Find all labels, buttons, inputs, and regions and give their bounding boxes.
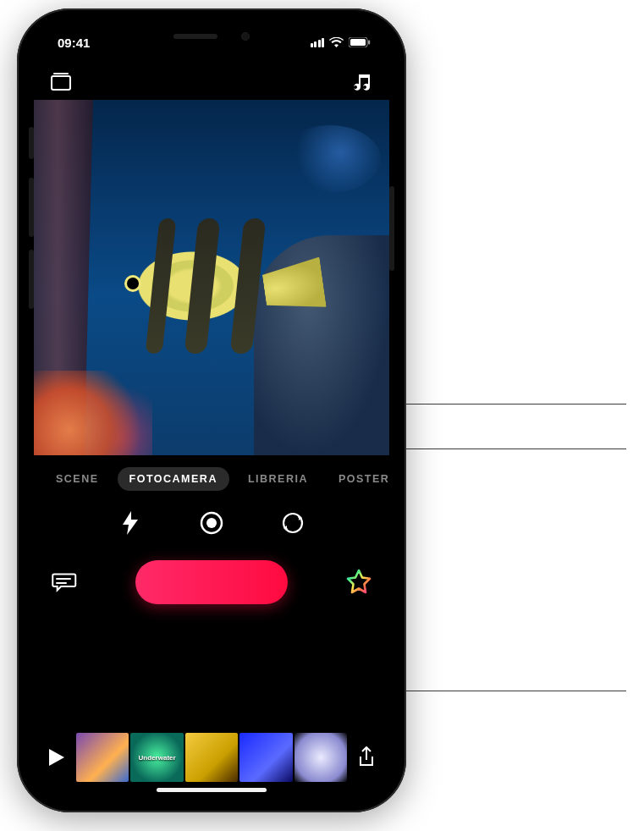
effects-button[interactable] [342, 565, 376, 599]
screen: 09:41 [34, 24, 389, 797]
device-speaker [173, 34, 217, 39]
live-photo-button[interactable] [196, 508, 227, 538]
live-titles-button[interactable] [47, 565, 81, 599]
device-notch [131, 24, 292, 49]
flip-camera-button[interactable] [278, 508, 308, 538]
device-frame: 09:41 [17, 8, 406, 812]
timeline-row: Underwater [34, 733, 389, 782]
mode-scene[interactable]: SCENE [44, 467, 111, 491]
clip-thumb-5[interactable] [294, 733, 347, 782]
share-button[interactable] [352, 743, 381, 772]
mode-library[interactable]: LIBRERIA [236, 467, 320, 491]
projects-button[interactable] [46, 66, 76, 96]
home-indicator[interactable] [157, 788, 267, 792]
svg-rect-2 [368, 41, 370, 45]
svg-rect-1 [350, 39, 366, 46]
record-row [34, 545, 389, 613]
battery-icon [349, 37, 371, 47]
device-front-camera [241, 32, 250, 41]
clip-thumb-3[interactable] [185, 733, 238, 782]
clip-thumb-2-label: Underwater [139, 754, 176, 762]
svg-point-7 [206, 518, 217, 528]
mode-selector: SCENE FOTOCAMERA LIBRERIA POSTER [34, 455, 389, 499]
mode-camera[interactable]: FOTOCAMERA [118, 467, 229, 491]
svg-rect-3 [52, 76, 70, 90]
clip-thumb-4[interactable] [239, 733, 292, 782]
device-side-button-power [389, 186, 394, 271]
top-toolbar [34, 61, 389, 98]
viewer[interactable] [34, 100, 389, 455]
music-button[interactable] [347, 66, 377, 96]
viewer-scene-fish [103, 201, 306, 371]
viewer-scene-coral [34, 371, 152, 455]
play-button[interactable] [42, 743, 71, 772]
clip-thumb-2[interactable]: Underwater [130, 733, 183, 782]
mode-poster[interactable]: POSTER [327, 467, 389, 491]
record-button[interactable] [135, 560, 288, 604]
wifi-icon [329, 37, 344, 47]
clip-thumbnails[interactable]: Underwater [76, 733, 347, 782]
cellular-signal-icon [311, 38, 325, 47]
camera-controls [34, 499, 389, 545]
status-time: 09:41 [58, 36, 90, 50]
flash-button[interactable] [115, 508, 146, 538]
clip-thumb-1[interactable] [76, 733, 129, 782]
viewer-scene-coral-top [279, 125, 381, 193]
